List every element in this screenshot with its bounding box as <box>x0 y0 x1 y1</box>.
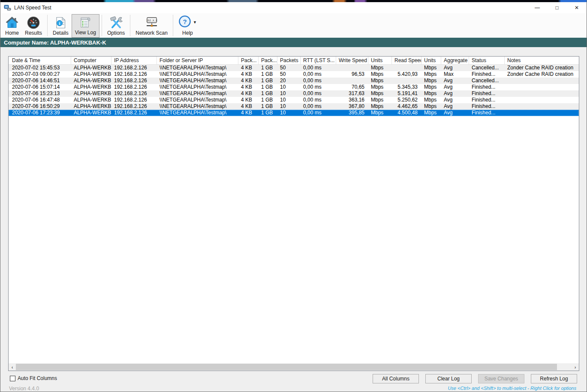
column-header[interactable]: Pack... <box>259 57 277 64</box>
column-header[interactable]: Pack... <box>238 57 259 64</box>
table-row[interactable]: 2020-07-06 16:47:48ALPHA-WERKB...192.168… <box>9 97 579 103</box>
table-cell <box>505 97 579 103</box>
table-cell: 2020-07-06 15:07:14 <box>9 84 71 90</box>
table-row[interactable]: 2020-07-06 16:50:29ALPHA-WERKB...192.168… <box>9 103 579 110</box>
toolbar-results-label: Results <box>25 30 42 36</box>
table-cell: Mbps <box>421 71 441 78</box>
table-cell: 192.168.2.126 <box>111 90 157 97</box>
table-cell: Mbps <box>368 103 392 110</box>
table-row[interactable]: 2020-07-02 15:45:53ALPHA-WERKB...192.168… <box>9 65 579 71</box>
table-cell: 4 KB <box>238 97 259 103</box>
close-button[interactable]: ✕ <box>567 2 587 13</box>
auto-fit-columns-label: Auto Fit Columns <box>18 375 57 381</box>
scrollbar-thumb[interactable] <box>16 364 557 370</box>
table-cell: 20 <box>277 78 301 84</box>
table-cell: 2020-07-06 15:23:13 <box>9 90 71 97</box>
table-cell: 0,00 ms <box>301 110 336 116</box>
table-cell: 4 KB <box>238 84 259 90</box>
table-cell: \\NETGEARALPHA\Testmap\ <box>157 71 238 78</box>
table-cell: 192.168.2.126 <box>111 65 157 71</box>
auto-fit-columns-option[interactable]: Auto Fit Columns <box>10 375 57 381</box>
table-row[interactable]: 2020-07-06 15:07:14ALPHA-WERKB...192.168… <box>9 84 579 90</box>
table-cell: Zonder Cache RAID creation <box>505 65 579 71</box>
column-header[interactable]: Status <box>469 57 505 64</box>
table-cell <box>392 65 421 71</box>
toolbar-home-label: Home <box>5 30 19 36</box>
column-header[interactable]: RTT (LST S... <box>301 57 336 64</box>
toolbar-help-button[interactable]: ? ▼ Help <box>175 14 200 38</box>
table-cell: ALPHA-WERKB... <box>71 84 111 90</box>
horizontal-scrollbar[interactable]: ‹ › <box>9 363 579 371</box>
toolbar-network-scan-label: Network Scan <box>135 30 168 36</box>
table-cell: Mbps <box>368 71 392 78</box>
maximize-button[interactable]: □ <box>547 2 567 13</box>
app-icon <box>4 4 11 11</box>
version-text: Version 4.4.0 <box>9 386 39 392</box>
toolbar-view-log-button[interactable]: View Log <box>72 14 99 38</box>
table-cell: Avg <box>441 65 469 71</box>
table-cell: 4.462,65 <box>392 103 421 110</box>
column-header[interactable]: IP Address <box>111 57 157 64</box>
table-cell: 96,53 <box>336 71 368 78</box>
table-cell: Mbps <box>368 90 392 97</box>
table-cell: Finished... <box>469 110 505 116</box>
table-row[interactable]: 2020-07-06 17:23:39ALPHA-WERKB...192.168… <box>9 110 579 116</box>
table-cell: 363,16 <box>336 97 368 103</box>
table-cell: 1 GB <box>259 97 277 103</box>
column-header[interactable]: Units <box>421 57 441 64</box>
minimize-button[interactable]: — <box>527 2 547 13</box>
column-header[interactable]: Notes <box>505 57 579 64</box>
table-cell: 0,00 ms <box>301 103 336 110</box>
column-header[interactable]: Folder or Server IP <box>157 57 238 64</box>
computer-name-bar: Computer Name: ALPHA-WERKBAK-K <box>0 38 587 47</box>
table-cell: 4.500,48 <box>392 110 421 116</box>
table-row[interactable]: 2020-07-03 09:00:27ALPHA-WERKB...192.168… <box>9 71 579 78</box>
table-row[interactable]: 2020-07-06 14:46:51ALPHA-WERKB...192.168… <box>9 78 579 84</box>
toolbar-options-button[interactable]: Options <box>104 14 128 38</box>
table-cell: 0,00 ms <box>301 71 336 78</box>
table-cell: 192.168.2.126 <box>111 78 157 84</box>
table-cell: 192.168.2.126 <box>111 84 157 90</box>
table-row[interactable]: 2020-07-06 15:23:13ALPHA-WERKB...192.168… <box>9 90 579 97</box>
column-header[interactable]: Aggregate <box>441 57 469 64</box>
help-dropdown-caret-icon[interactable]: ▼ <box>193 20 197 24</box>
refresh-log-button[interactable]: Refresh Log <box>531 374 577 383</box>
table-cell: Finished... <box>469 90 505 97</box>
table-cell: 1 GB <box>259 71 277 78</box>
column-header[interactable]: Computer <box>71 57 111 64</box>
table-cell: 1 GB <box>259 110 277 116</box>
toolbar-details-button[interactable]: i Details <box>50 14 72 38</box>
table-cell: Avg <box>441 103 469 110</box>
computer-name-text: Computer Name: ALPHA-WERKBAK-K <box>4 39 106 46</box>
column-header[interactable]: Write Speed <box>336 57 368 64</box>
table-cell: Mbps <box>421 65 441 71</box>
table-cell: 1 GB <box>259 84 277 90</box>
toolbar-network-scan-button[interactable]: 192.X.X Network Scan <box>132 14 171 38</box>
table-cell: \\NETGEARALPHA\Testmap\ <box>157 110 238 116</box>
table-cell: Mbps <box>368 110 392 116</box>
svg-text:?: ? <box>183 18 187 25</box>
column-header[interactable]: Read Speed <box>392 57 421 64</box>
column-header[interactable]: Packets <box>277 57 301 64</box>
column-header[interactable]: Units <box>368 57 392 64</box>
svg-text:192.X.X: 192.X.X <box>146 18 157 21</box>
clear-log-button[interactable]: Clear Log <box>425 374 472 383</box>
toolbar-view-log-label: View Log <box>75 30 96 36</box>
table-cell: 2020-07-06 14:46:51 <box>9 78 71 84</box>
toolbar-home-button[interactable]: Home <box>2 14 22 38</box>
table-cell: 0,00 ms <box>301 97 336 103</box>
auto-fit-columns-checkbox[interactable] <box>10 376 15 381</box>
table-cell: Mbps <box>421 110 441 116</box>
window-title: LAN Speed Test <box>14 5 51 11</box>
table-cell <box>505 110 579 116</box>
scroll-left-arrow-icon[interactable]: ‹ <box>9 363 16 371</box>
toolbar-separator <box>47 15 48 36</box>
save-changes-button[interactable]: Save Changes <box>478 374 524 383</box>
table-cell: 367,80 <box>336 103 368 110</box>
toolbar-results-button[interactable]: Results <box>22 14 45 38</box>
table-cell: 50 <box>277 65 301 71</box>
column-header[interactable]: Date & Time <box>9 57 71 64</box>
scroll-right-arrow-icon[interactable]: › <box>572 363 579 371</box>
all-columns-button[interactable]: All Columns <box>373 374 419 383</box>
table-cell: \\NETGEARALPHA\Testmap\ <box>157 103 238 110</box>
